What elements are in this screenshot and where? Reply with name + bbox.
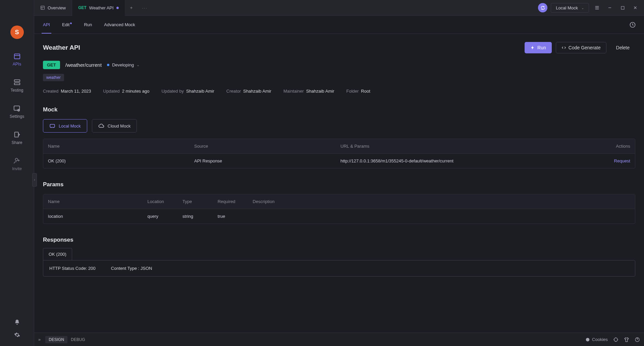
window-close-button[interactable] [631,3,640,12]
response-tab-ok[interactable]: OK (200) [43,248,72,260]
cloud-icon [98,123,104,129]
menu-icon[interactable] [592,3,602,12]
rail-item-testing[interactable]: Testing [10,79,23,93]
table-row: OK (200) API Response http://127.0.0.1:3… [43,154,635,168]
meta-value: Shahzaib Amir [186,89,214,94]
window-maximize-button[interactable] [618,3,627,12]
request-link[interactable]: Request [614,158,630,163]
meta-row: CreatedMarch 11, 2023 Updated2 minutes a… [43,89,635,94]
col-location: Location [146,199,181,204]
new-tab-button[interactable]: ＋ [125,5,138,11]
status-selector[interactable]: Developing ⌄ [107,62,140,67]
page-title: Weather API [43,44,80,51]
code-generate-button[interactable]: Code Generate [556,42,606,53]
meta-folder: FolderRoot [346,89,370,94]
col-source: Source [193,144,339,149]
chevron-down-icon: ⌄ [581,6,584,10]
target-icon[interactable] [613,337,619,342]
calendar-icon [13,52,21,60]
table-row: location query string true [43,209,635,224]
sub-tabs: API Edit Run Advanced Mock [34,16,644,34]
footer-bar: » DESIGN DEBUG Cookies [34,333,644,346]
bell-icon[interactable] [14,319,20,325]
sync-button[interactable] [538,3,547,12]
response-status: HTTP Status Code: 200 [49,266,96,271]
tab-method: GET [78,5,87,10]
svg-point-6 [15,158,17,161]
shirt-icon[interactable] [624,337,629,342]
meta-key: Maintainer [283,89,304,94]
rail-item-invite[interactable]: Invite [12,157,22,171]
subtab-edit[interactable]: Edit [61,16,73,34]
content-area: Weather API Run Code Generate Delete GET… [34,34,644,333]
cell-location: query [146,214,181,219]
cell-type: string [181,214,216,219]
rail-item-share[interactable]: Share [11,131,22,145]
svg-rect-7 [41,6,45,10]
table-row: Name Source URL & Params Actions [43,139,635,154]
rail-label: Invite [12,166,22,171]
col-name: Name [47,144,193,149]
avatar[interactable]: S [10,26,24,39]
cell-source: API Response [193,158,339,163]
subtab-run[interactable]: Run [83,16,93,34]
tab-overview[interactable]: Overview [34,0,72,16]
overview-icon [40,5,45,10]
rail-bottom [14,319,20,346]
local-mock-button[interactable]: Local Mock [43,119,87,133]
help-icon[interactable] [635,337,640,342]
cell-description [251,214,632,219]
meta-value: March 11, 2023 [61,89,91,94]
mock-heading: Mock [43,106,635,113]
tag-chip[interactable]: weather [43,74,64,81]
svg-rect-0 [14,54,20,59]
params-table: Name Location Type Required Description … [43,194,635,224]
subtab-label: API [43,22,50,27]
svg-rect-2 [14,83,20,85]
api-path: /weather/current [65,62,102,68]
tab-more-button[interactable]: ··· [138,5,152,10]
subtab-api[interactable]: API [42,16,51,34]
meta-value: Shahzaib Amir [243,89,271,94]
col-required: Required [216,199,252,204]
subtab-label: Edit [62,22,69,27]
footer-expand-icon[interactable]: » [38,337,41,342]
history-icon[interactable] [628,20,637,30]
meta-value: Root [361,89,370,94]
subtab-advanced-mock[interactable]: Advanced Mock [103,16,137,34]
method-badge: GET [43,61,60,69]
delete-button[interactable]: Delete [610,42,635,53]
rail-item-apis[interactable]: APIs [13,52,21,66]
run-button[interactable]: Run [525,42,552,53]
environment-selector[interactable]: Local Mock ⌄ [551,3,589,13]
subtabs-right [628,16,644,34]
gear-icon[interactable] [14,332,20,338]
run-label: Run [537,45,546,50]
meta-key: Updated by [161,89,184,94]
bolt-icon [530,45,535,50]
meta-key: Created [43,89,58,94]
svg-rect-8 [621,6,624,9]
cookie-icon[interactable]: Cookies [585,337,608,342]
window-minimize-button[interactable] [605,3,614,12]
local-mock-label: Local Mock [59,123,81,129]
cloud-mock-button[interactable]: Cloud Mock [92,119,137,133]
meta-key: Updated [103,89,120,94]
tab-weather-api[interactable]: GET Weather API [72,0,124,16]
server-icon [49,123,55,129]
footer-tab-design[interactable]: DESIGN [45,336,67,343]
status-label: Developing [112,62,134,67]
settings-sliders-icon [13,105,20,112]
cell-name: location [47,214,146,219]
svg-point-12 [614,338,618,341]
title-actions: Run Code Generate Delete [525,42,635,53]
footer-tab-debug[interactable]: DEBUG [67,336,89,343]
col-description: Description [251,199,632,204]
meta-updated: Updated2 minutes ago [103,89,150,94]
code-icon [561,45,566,50]
path-row: GET /weather/current Developing ⌄ [43,61,635,69]
footer-right: Cookies [585,337,640,342]
col-actions: Actions [596,144,632,149]
rail-item-settings[interactable]: Settings [10,105,24,119]
subtab-label: Advanced Mock [104,22,135,27]
